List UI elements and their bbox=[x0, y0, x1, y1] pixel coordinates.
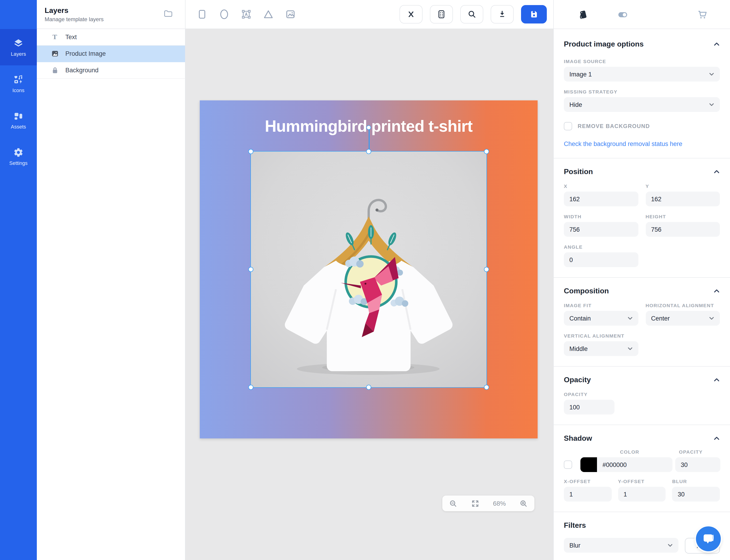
chevron-down-icon bbox=[667, 543, 673, 548]
inspector-tabs bbox=[554, 0, 730, 29]
select-value: Blur bbox=[569, 542, 580, 549]
field-label: OPACITY bbox=[564, 391, 720, 397]
section-header[interactable]: Position bbox=[564, 168, 720, 176]
section-header[interactable]: Shadow bbox=[564, 434, 720, 443]
resize-handle-se[interactable] bbox=[484, 385, 489, 390]
section-title: Shadow bbox=[564, 434, 592, 443]
nav-item-icons[interactable]: Icons bbox=[0, 65, 37, 102]
app-window: Layers Icons Assets bbox=[0, 0, 730, 560]
rotation-handle[interactable] bbox=[366, 125, 371, 130]
canvas-region: Hummingbird printed t-shirt bbox=[186, 0, 553, 560]
chevron-up-icon bbox=[713, 288, 720, 294]
shadow-blur-input[interactable]: 30 bbox=[672, 487, 720, 502]
canvas-toolbar bbox=[186, 0, 553, 29]
shadow-color-input[interactable]: #000000 bbox=[597, 457, 672, 472]
section-header[interactable]: Product image options bbox=[564, 40, 720, 48]
product-image-layer[interactable] bbox=[251, 151, 487, 388]
image-tool-icon[interactable] bbox=[285, 9, 296, 20]
search-button[interactable] bbox=[460, 5, 483, 23]
folder-icon[interactable] bbox=[163, 9, 173, 20]
layer-row-product-image[interactable]: Product Image bbox=[37, 46, 185, 62]
opacity-input[interactable]: 100 bbox=[564, 400, 614, 414]
section-title: Composition bbox=[564, 287, 609, 295]
chevron-up-icon bbox=[713, 169, 720, 175]
remove-background-checkbox[interactable] bbox=[564, 122, 572, 130]
chevron-down-icon bbox=[627, 315, 633, 321]
rectangle-tool-icon[interactable] bbox=[197, 9, 208, 20]
triangle-tool-icon[interactable] bbox=[263, 9, 274, 20]
image-fit-select[interactable]: Contain bbox=[564, 311, 638, 326]
canvas-workspace[interactable]: Hummingbird printed t-shirt bbox=[186, 29, 553, 560]
zoom-out-icon[interactable] bbox=[449, 499, 457, 508]
section-header[interactable]: Opacity bbox=[564, 376, 720, 384]
height-input[interactable]: 756 bbox=[646, 222, 720, 237]
tab-cart[interactable] bbox=[695, 8, 709, 22]
tab-style[interactable] bbox=[577, 8, 590, 22]
resize-handle-e[interactable] bbox=[484, 267, 489, 272]
chevron-down-icon bbox=[709, 102, 714, 107]
section-shadow: Shadow COLOR #000000 OPACITY 30 bbox=[554, 425, 730, 512]
field-label: MISSING STRATEGY bbox=[564, 89, 720, 94]
field-label: X bbox=[564, 183, 638, 189]
chat-widget-button[interactable] bbox=[696, 526, 721, 551]
layers-panel-header: Layers Manage template layers bbox=[37, 0, 185, 29]
download-button[interactable] bbox=[491, 5, 514, 23]
tshirt-mockup-image bbox=[251, 151, 487, 388]
swatch-icon bbox=[578, 9, 589, 20]
field-label: IMAGE FIT bbox=[564, 303, 638, 308]
layer-row-text[interactable]: T Text bbox=[37, 29, 185, 46]
grid-view-button[interactable] bbox=[430, 5, 453, 23]
tab-toggles[interactable] bbox=[616, 8, 630, 22]
section-header[interactable]: Composition bbox=[564, 287, 720, 295]
angle-input[interactable]: 0 bbox=[564, 252, 638, 267]
fit-to-screen-icon[interactable] bbox=[471, 499, 479, 508]
artboard[interactable]: Hummingbird printed t-shirt bbox=[200, 100, 538, 438]
image-source-select[interactable]: Image 1 bbox=[564, 67, 720, 82]
field-label: Y-OFFSET bbox=[618, 478, 666, 484]
shadow-x-offset-input[interactable]: 1 bbox=[564, 487, 611, 502]
resize-handle-ne[interactable] bbox=[484, 149, 489, 154]
nav-item-layers[interactable]: Layers bbox=[0, 29, 37, 65]
image-icon bbox=[51, 50, 59, 58]
resize-handle-sw[interactable] bbox=[248, 385, 253, 390]
nav-item-settings[interactable]: Settings bbox=[0, 138, 37, 175]
section-product-image-options: Product image options IMAGE SOURCE Image… bbox=[554, 29, 730, 158]
vertical-alignment-select[interactable]: Middle bbox=[564, 341, 638, 356]
chevron-up-icon bbox=[713, 41, 720, 47]
download-icon bbox=[497, 9, 507, 19]
zoom-level: 68% bbox=[493, 500, 506, 507]
field-label: VERTICAL ALIGNMENT bbox=[564, 333, 720, 338]
field-label: X-OFFSET bbox=[564, 478, 611, 484]
ellipse-tool-icon[interactable] bbox=[219, 9, 230, 20]
field-label: WIDTH bbox=[564, 214, 638, 219]
horizontal-alignment-select[interactable]: Center bbox=[646, 311, 720, 326]
section-header[interactable]: Filters bbox=[564, 521, 720, 530]
shadow-y-offset-input[interactable]: 1 bbox=[618, 487, 666, 502]
resize-handle-w[interactable] bbox=[248, 267, 253, 272]
layer-row-background[interactable]: Background bbox=[37, 62, 185, 79]
shadow-color-swatch[interactable] bbox=[580, 457, 597, 472]
search-icon bbox=[467, 9, 477, 19]
nav-item-assets[interactable]: Assets bbox=[0, 102, 37, 138]
checkbox-label: REMOVE BACKGROUND bbox=[578, 123, 650, 129]
resize-handle-nw[interactable] bbox=[248, 149, 253, 154]
shadow-enabled-checkbox[interactable] bbox=[564, 461, 572, 469]
filter-type-select[interactable]: Blur bbox=[564, 538, 678, 553]
shadow-opacity-input[interactable]: 30 bbox=[675, 457, 720, 472]
close-icon bbox=[406, 9, 416, 19]
text-frame-tool-icon[interactable] bbox=[241, 9, 252, 20]
field-label: IMAGE SOURCE bbox=[564, 58, 720, 64]
position-x-input[interactable]: 162 bbox=[564, 192, 638, 206]
resize-handle-s[interactable] bbox=[366, 385, 371, 390]
layer-name: Background bbox=[65, 67, 99, 74]
close-button[interactable] bbox=[399, 5, 422, 23]
position-y-input[interactable]: 162 bbox=[646, 192, 720, 206]
resize-handle-n[interactable] bbox=[366, 149, 371, 154]
save-button[interactable] bbox=[521, 5, 547, 23]
missing-strategy-select[interactable]: Hide bbox=[564, 97, 720, 112]
chevron-down-icon bbox=[709, 71, 714, 77]
width-input[interactable]: 756 bbox=[564, 222, 638, 237]
zoom-in-icon[interactable] bbox=[519, 499, 528, 508]
background-removal-status-link[interactable]: Check the background removal status here bbox=[564, 140, 682, 147]
select-value: Image 1 bbox=[569, 71, 592, 78]
